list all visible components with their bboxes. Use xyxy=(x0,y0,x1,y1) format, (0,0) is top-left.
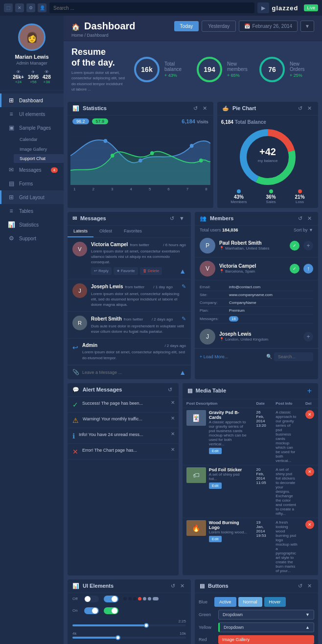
members-ring: 194 xyxy=(197,57,222,82)
media-edit-btn-3[interactable]: Edit xyxy=(209,536,222,542)
msg-scroll-btn[interactable]: ▲ xyxy=(179,267,186,275)
ui-elements-refresh-btn[interactable]: ↺ xyxy=(169,583,177,589)
download-button[interactable]: ▼ xyxy=(300,21,314,32)
success-icon: ✓ xyxy=(72,401,78,409)
topbar-icon-2[interactable]: ✕ xyxy=(15,3,24,12)
topbar-icon-3[interactable]: ⚙ xyxy=(26,3,35,12)
btn-hover[interactable]: Hover xyxy=(264,597,286,607)
btn-normal[interactable]: Normal xyxy=(238,597,262,607)
sidebar-item-dashboard[interactable]: ⊞ Dashboard xyxy=(0,93,64,107)
member-add-btn-3[interactable]: + xyxy=(303,332,313,342)
pie-close-btn[interactable]: ✕ xyxy=(306,105,313,112)
sidebar-item-statistics[interactable]: 📊 Statistics xyxy=(0,218,64,231)
topbar-icon-1[interactable]: ⬚ xyxy=(4,3,13,12)
sidebar-item-image-gallery[interactable]: Image Gallery xyxy=(14,144,64,154)
msg-source-3: from twitter xyxy=(124,317,143,322)
members-close-btn[interactable]: ✕ xyxy=(306,215,313,222)
tab-latests[interactable]: Latests xyxy=(68,226,93,237)
media-desc-1: A classic approach to our gravity series… xyxy=(209,420,249,446)
messages-panel-header: ✉ Messages ↺ ▼ xyxy=(68,212,191,226)
gallery-button[interactable]: Image Gallery xyxy=(218,635,314,644)
buttons-refresh-btn[interactable]: ↺ xyxy=(297,583,304,589)
msg-time-2: / 1 day ago xyxy=(153,285,173,289)
messages-label: Messages: xyxy=(200,317,229,321)
today-button[interactable]: Today xyxy=(174,21,199,31)
toggle-on-2[interactable] xyxy=(104,607,118,614)
slider-fill-2 xyxy=(72,637,118,639)
sidebar-item-forms[interactable]: ▤ Forms xyxy=(0,177,64,190)
member-detail-2: Email: info@contact.com Site: www.compan… xyxy=(195,280,318,325)
sidebar-item-sample-pages[interactable]: ▣ Sample Pages xyxy=(0,121,64,135)
members-refresh-btn[interactable]: ↺ xyxy=(297,215,304,222)
slider-track-1[interactable] xyxy=(72,624,186,626)
alert-refresh-btn[interactable]: ↺ xyxy=(166,387,174,393)
tables-icon: ≡ xyxy=(7,207,15,214)
sidebar-item-grid-layout[interactable]: ⊞ Grid Layout xyxy=(0,190,64,204)
media-delete-btn-1[interactable]: ✕ xyxy=(305,410,314,419)
sort-by-label[interactable]: Sort by ▼ xyxy=(294,228,313,232)
ui-elements-close-btn[interactable]: ✕ xyxy=(179,583,186,589)
media-add-btn[interactable]: + xyxy=(306,387,313,395)
sidebar-item-messages[interactable]: ✉ Messages 4 xyxy=(0,163,64,177)
alert-close-info[interactable]: ✕ xyxy=(171,431,175,437)
toggle-off-2[interactable] xyxy=(104,596,118,602)
members-search-input[interactable] xyxy=(274,352,313,361)
media-edit-btn-2[interactable]: Edit xyxy=(209,483,222,489)
sidebar-item-support[interactable]: ⚙ Support xyxy=(0,231,64,245)
tab-oldest[interactable]: Oldest xyxy=(93,226,118,237)
send-message-btn[interactable]: ▲ xyxy=(179,368,186,376)
load-more-button[interactable]: + Load More... xyxy=(200,354,228,359)
green-dropdown[interactable]: Dropdown▼ xyxy=(218,610,314,620)
topbar-icon-4[interactable]: 👤 xyxy=(38,3,46,12)
alert-close-success[interactable]: ✕ xyxy=(171,400,175,405)
slider-thumb-1[interactable] xyxy=(144,623,149,628)
pie-refresh-btn[interactable]: ↺ xyxy=(297,105,304,112)
member-check-1[interactable]: ✓ xyxy=(290,241,299,251)
media-date-3: 19 Jan, 201419:53 xyxy=(253,518,272,575)
messages-download-btn[interactable]: ▼ xyxy=(178,215,186,222)
msg-body-1: Lorem ipsum dolor sit amet, consectetur … xyxy=(91,249,186,265)
sidebar-item-label: Tables xyxy=(19,208,33,214)
toggle-on-1[interactable] xyxy=(84,607,99,614)
media-thumb-2: 🏷 xyxy=(186,467,206,483)
media-edit-btn-1[interactable]: Edit xyxy=(209,448,222,454)
favorite-btn[interactable]: ★ Favorite xyxy=(114,267,138,275)
member-add-btn-1[interactable]: + xyxy=(303,241,313,251)
alert-close-error[interactable]: ✕ xyxy=(171,447,175,452)
member-add-btn-2[interactable]: ↑ xyxy=(303,264,313,274)
messages-refresh-btn[interactable]: ↺ xyxy=(168,215,176,222)
yellow-dropdown[interactable]: Dropdown▲ xyxy=(218,622,314,632)
search-input[interactable] xyxy=(49,2,254,13)
alert-close-warning[interactable]: ✕ xyxy=(171,415,175,421)
message-item-3: R Robert Smith from twitter / 2 days ago… xyxy=(68,312,191,339)
sidebar-item-support-chat[interactable]: Support Chat xyxy=(14,154,64,163)
toggle-off-1[interactable] xyxy=(84,596,99,602)
reply-btn[interactable]: ↩ Reply xyxy=(91,267,112,275)
sidebar-item-ui-elements[interactable]: ≡ UI elements xyxy=(0,107,64,121)
slider-track-2[interactable] xyxy=(72,637,186,639)
delete-btn[interactable]: 🗑 Delete xyxy=(140,267,162,275)
sidebar-item-calendar[interactable]: Calendar xyxy=(14,135,64,144)
member-avatar-3: J xyxy=(200,329,215,345)
search-button[interactable]: ▶ xyxy=(257,2,269,13)
slider-thumb-2[interactable] xyxy=(115,635,120,640)
statistics-title: 📊 Statistics xyxy=(72,105,107,112)
tab-favorites[interactable]: Favorites xyxy=(118,226,148,237)
sidebar-item-tables[interactable]: ≡ Tables xyxy=(0,204,64,218)
statistics-close-btn[interactable]: ✕ xyxy=(201,105,208,112)
media-delete-btn-3[interactable]: ✕ xyxy=(305,520,314,529)
date-picker-button[interactable]: 📅 February 26, 2014 xyxy=(239,21,298,32)
btn-active[interactable]: Active xyxy=(214,597,236,607)
buttons-close-btn[interactable]: ✕ xyxy=(306,583,313,589)
member-check-2[interactable]: ✓ xyxy=(290,264,299,274)
slider-1-max: 2:25 xyxy=(178,619,186,623)
media-delete-btn-2[interactable]: ✕ xyxy=(305,467,314,476)
buttons-panel: ▤ Buttons ↺ ✕ Blue Active Normal Hover xyxy=(195,579,318,644)
member-info-3: Joseph Lewis 📍 London, United Kingdom xyxy=(219,331,299,342)
leave-message-input[interactable] xyxy=(82,370,179,375)
stat-card-balance: 16k Totalbalance + 43% xyxy=(134,57,189,82)
member-item-3: J Joseph Lewis 📍 London, United Kingdom … xyxy=(195,325,318,348)
yesterday-button[interactable]: Yesterday xyxy=(202,21,236,32)
sample-pages-icon: ▣ xyxy=(7,124,15,131)
statistics-refresh-btn[interactable]: ↺ xyxy=(192,105,199,112)
